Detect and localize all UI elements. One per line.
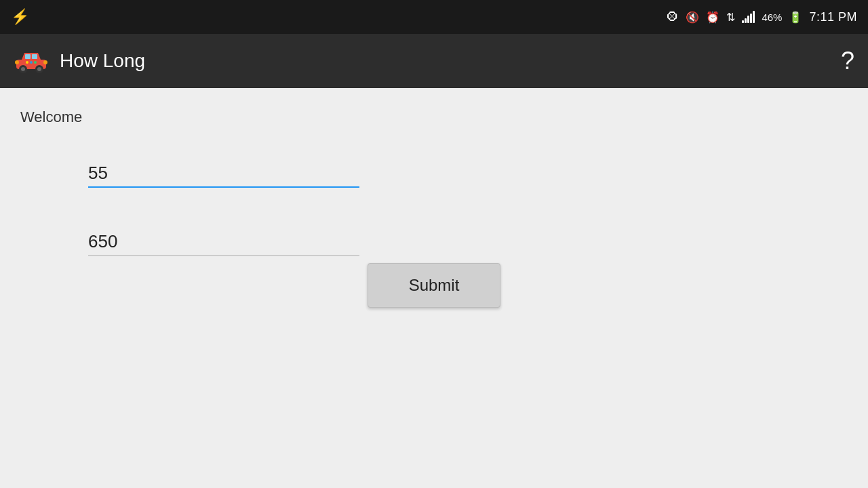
data-icon: ⇅ xyxy=(726,11,735,24)
battery-icon: 🔋 xyxy=(789,11,802,24)
signal-bar-4 xyxy=(750,14,752,23)
svg-rect-2 xyxy=(25,54,31,59)
mute-icon: 🔇 xyxy=(686,11,699,24)
alarm-icon: ⏰ xyxy=(706,11,719,24)
status-bar-right: ⭙ 🔇 ⏰ ⇅ 46% 🔋 7:11 PM xyxy=(667,10,857,24)
svg-point-12 xyxy=(34,61,37,64)
field1-wrapper xyxy=(88,160,359,188)
speed-input[interactable] xyxy=(88,160,359,188)
signal-bars xyxy=(742,11,755,23)
signal-bar-2 xyxy=(745,18,747,23)
distance-input[interactable] xyxy=(88,228,359,256)
svg-rect-3 xyxy=(32,54,37,59)
field2-wrapper xyxy=(88,228,359,256)
main-content: Welcome Submit xyxy=(0,88,868,488)
svg-point-10 xyxy=(26,61,28,64)
app-icon xyxy=(14,47,49,75)
app-bar: How Long ? xyxy=(0,34,868,88)
svg-marker-1 xyxy=(22,53,41,60)
signal-bar-1 xyxy=(742,20,744,23)
help-button[interactable]: ? xyxy=(841,47,854,75)
bluetooth-icon: ⭙ xyxy=(667,10,679,24)
clock: 7:11 PM xyxy=(809,10,857,24)
submit-btn-container: Submit xyxy=(20,263,848,308)
status-bar: ⚡ ⭙ 🔇 ⏰ ⇅ 46% 🔋 7:11 PM xyxy=(0,0,868,34)
svg-point-5 xyxy=(21,67,25,71)
battery-level: 46% xyxy=(762,12,782,23)
signal-bar-5 xyxy=(753,11,755,23)
status-bar-left: ⚡ xyxy=(11,8,29,26)
app-title: How Long xyxy=(60,50,145,72)
welcome-label: Welcome xyxy=(20,108,848,126)
svg-point-8 xyxy=(15,60,19,64)
app-bar-left: How Long xyxy=(14,47,145,75)
svg-point-9 xyxy=(43,60,47,64)
svg-point-7 xyxy=(37,67,41,71)
usb-icon: ⚡ xyxy=(11,8,29,26)
form-container xyxy=(20,160,848,256)
submit-button[interactable]: Submit xyxy=(368,263,501,308)
signal-bar-3 xyxy=(747,16,749,23)
svg-point-11 xyxy=(30,61,33,64)
